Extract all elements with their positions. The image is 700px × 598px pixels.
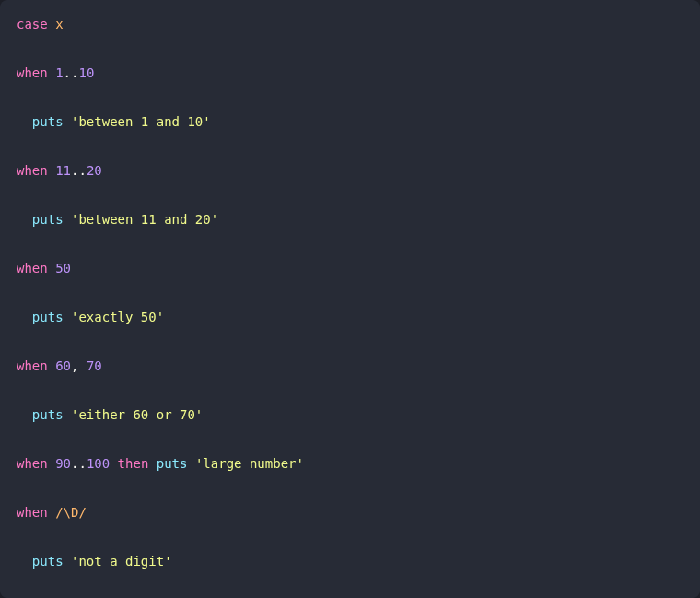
code-line: when 1..10: [17, 64, 683, 83]
keyword-when: when: [17, 65, 48, 80]
code-line: when 11..20: [17, 161, 683, 181]
identifier-x: x: [55, 17, 63, 31]
method-puts: puts: [157, 456, 188, 471]
code-line: puts 'between 11 and 20': [17, 210, 683, 229]
code-line: when 60, 70: [17, 357, 683, 376]
keyword-when: when: [17, 456, 48, 471]
string-literal: 'large number': [195, 456, 304, 471]
code-line: puts 'between 1 and 10': [17, 112, 683, 132]
range-dots: ..: [71, 456, 87, 471]
keyword-then: then: [118, 456, 149, 471]
string-literal: 'not a digit': [71, 554, 172, 569]
string-literal: 'exactly 50': [71, 310, 164, 324]
code-line: puts 'exactly 50': [17, 308, 683, 327]
keyword-when: when: [17, 261, 48, 276]
code-block: case x when 1..10 puts 'between 1 and 10…: [17, 15, 683, 598]
code-line: puts 'either 60 or 70': [17, 405, 683, 425]
number: 70: [87, 358, 102, 373]
code-line: puts 'not a digit': [17, 552, 683, 571]
regex-literal: /\D/: [55, 505, 87, 520]
keyword-when: when: [17, 163, 48, 178]
number: 1: [55, 65, 63, 80]
range-dots: ..: [64, 65, 79, 80]
number: 50: [55, 261, 71, 276]
method-puts: puts: [32, 407, 64, 422]
number: 60: [55, 358, 71, 373]
method-puts: puts: [32, 114, 64, 129]
keyword-when: when: [17, 505, 48, 520]
keyword-case: case: [17, 17, 48, 31]
method-puts: puts: [32, 310, 64, 324]
comma: ,: [71, 358, 78, 373]
number: 100: [87, 456, 110, 471]
code-line: when /\D/: [17, 503, 683, 522]
range-dots: ..: [71, 163, 87, 178]
string-literal: 'between 11 and 20': [71, 212, 218, 227]
code-panel: case x when 1..10 puts 'between 1 and 10…: [0, 0, 700, 598]
keyword-when: when: [17, 358, 48, 373]
number: 10: [78, 65, 94, 80]
number: 90: [55, 456, 71, 471]
string-literal: 'between 1 and 10': [71, 114, 211, 129]
method-puts: puts: [32, 554, 64, 569]
code-line: when 90..100 then puts 'large number': [17, 454, 683, 474]
code-line: case x: [17, 15, 683, 34]
string-literal: 'either 60 or 70': [71, 407, 203, 422]
number: 11: [55, 163, 71, 178]
code-line: when 50: [17, 259, 683, 278]
method-puts: puts: [32, 212, 64, 227]
number: 20: [87, 163, 102, 178]
